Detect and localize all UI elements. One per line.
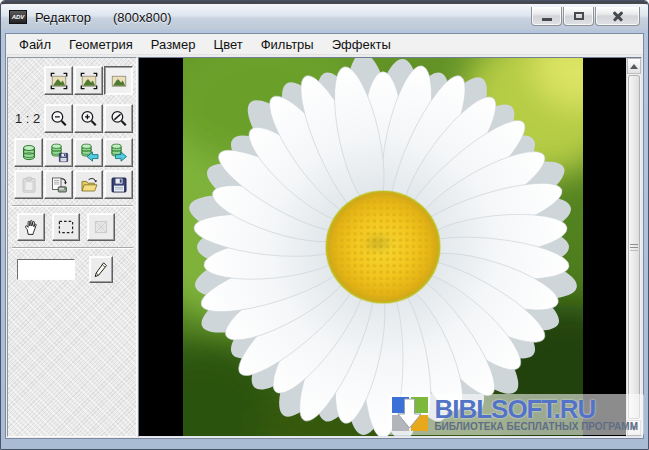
canvas[interactable]: [139, 58, 626, 436]
watermark-title: BIBLSOFT.RU: [434, 396, 638, 422]
image-selection-icon: [79, 71, 99, 91]
menu-color[interactable]: Цвет: [205, 35, 252, 54]
menu-geometry[interactable]: Геометрия: [60, 35, 142, 54]
image-size-label: (800x800): [113, 10, 172, 25]
zoom-cancel-button[interactable]: [104, 104, 133, 133]
application-window: ADV Редактор (800x800) Файл Геометрия Ра…: [0, 0, 649, 450]
paste-button[interactable]: [14, 170, 43, 199]
open-folder-icon: [79, 175, 99, 195]
client-area: Файл Геометрия Размер Цвет Фильтры Эффек…: [5, 33, 644, 439]
menu-size[interactable]: Размер: [142, 35, 205, 54]
maximize-button[interactable]: [563, 7, 594, 26]
main-area: 1 : 2: [6, 56, 643, 438]
zoom-in-button[interactable]: [74, 104, 103, 133]
database-right-arrow-icon: [109, 143, 129, 163]
menu-effects[interactable]: Эффекты: [323, 35, 400, 54]
menu-file[interactable]: Файл: [10, 35, 60, 54]
color-swatch[interactable]: [17, 259, 75, 280]
zoom-cancel-icon: [109, 109, 129, 129]
close-button[interactable]: [595, 7, 640, 26]
save-floppy-icon: [109, 175, 129, 195]
window-title: Редактор: [35, 10, 91, 25]
color-pencil-button[interactable]: [89, 256, 113, 283]
database-row: [8, 138, 136, 167]
zoom-out-button[interactable]: [44, 104, 73, 133]
arrow-up-icon: [630, 64, 638, 69]
minimize-button[interactable]: [531, 7, 562, 26]
save-button[interactable]: [104, 170, 133, 199]
scrollbar-thumb[interactable]: [628, 75, 640, 419]
view-thumb-plain-button[interactable]: [104, 66, 133, 95]
zoom-out-icon: [49, 109, 69, 129]
image-selection-icon: [49, 71, 69, 91]
app-icon: ADV: [9, 10, 27, 24]
hand-tool-button[interactable]: [17, 213, 45, 241]
title-bar[interactable]: ADV Редактор (800x800): [1, 1, 648, 30]
db-save-button[interactable]: [44, 138, 73, 167]
scrollbar-up-button[interactable]: [627, 58, 641, 74]
separator: [12, 247, 133, 249]
crop-disabled-icon: [91, 217, 111, 237]
database-save-icon: [49, 143, 69, 163]
acquire-button[interactable]: [44, 170, 73, 199]
download-logo-icon: [391, 396, 429, 432]
tool-palette: 1 : 2: [7, 57, 137, 437]
image-daisy: [183, 58, 583, 436]
open-button[interactable]: [74, 170, 103, 199]
menu-bar: Файл Геометрия Размер Цвет Фильтры Эффек…: [6, 34, 643, 55]
window-controls: [531, 7, 640, 26]
selection-rectangle-icon: [56, 217, 76, 237]
zoom-ratio-label: 1 : 2: [8, 111, 40, 126]
database-left-arrow-icon: [79, 143, 99, 163]
zoom-in-icon: [79, 109, 99, 129]
maximize-icon: [574, 12, 584, 20]
select-tool-button[interactable]: [52, 213, 80, 241]
tools-row: [8, 213, 136, 241]
thumb-grip-icon: [630, 244, 638, 251]
watermark-badge: BIBLSOFT.RU БИБЛИОТЕКА БЕСПЛАТНЫХ ПРОГРА…: [388, 394, 644, 435]
minimize-icon: [542, 18, 552, 21]
separator: [12, 205, 133, 207]
db-prev-button[interactable]: [74, 138, 103, 167]
db-next-button[interactable]: [104, 138, 133, 167]
watermark-text: BIBLSOFT.RU БИБЛИОТЕКА БЕСПЛАТНЫХ ПРОГРА…: [434, 396, 638, 432]
database-icon: [19, 143, 39, 163]
zoom-row: 1 : 2: [8, 104, 136, 133]
watermark-subtitle: БИБЛИОТЕКА БЕСПЛАТНЫХ ПРОГРАММ: [434, 422, 638, 432]
window-frame: ADV Редактор (800x800) Файл Геометрия Ра…: [0, 0, 649, 450]
scrollbar-track[interactable]: [627, 74, 641, 420]
view-thumb-framed-2-button[interactable]: [74, 66, 103, 95]
acquire-document-icon: [49, 175, 69, 195]
vertical-scrollbar: [626, 58, 641, 436]
color-row: [8, 256, 136, 283]
file-row: [8, 170, 136, 199]
close-icon: [612, 10, 624, 22]
canvas-viewport: [138, 57, 642, 437]
daisy-photo: [183, 58, 583, 436]
hand-icon: [21, 217, 41, 237]
image-icon: [109, 71, 129, 91]
pencil-icon: [91, 260, 111, 280]
paste-icon: [19, 175, 39, 195]
view-buttons-row: [8, 66, 136, 95]
db-stack-button[interactable]: [14, 138, 43, 167]
crop-tool-button[interactable]: [87, 213, 115, 241]
view-thumb-framed-1-button[interactable]: [44, 66, 73, 95]
menu-filters[interactable]: Фильтры: [252, 35, 323, 54]
